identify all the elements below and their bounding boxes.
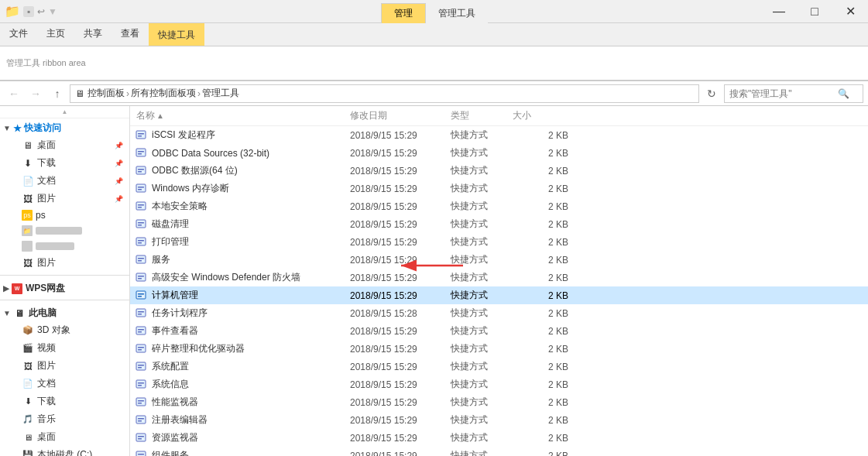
table-row[interactable]: 任务计划程序2018/9/15 15:28快捷方式2 KB [130, 304, 868, 322]
sidebar-item-pictures2[interactable]: 🖼 图片 [0, 254, 129, 272]
col-header-name[interactable]: 名称 ▲ [133, 109, 350, 122]
file-size: 2 KB [513, 415, 575, 426]
sidebar-item-docs2[interactable]: 📄 文档 [0, 375, 129, 393]
file-icon [133, 236, 149, 249]
table-row[interactable]: ODBC Data Sources (32-bit)2018/9/15 15:2… [130, 144, 868, 162]
path-part-3[interactable]: 管理工具 [202, 87, 239, 100]
sidebar-item-download[interactable]: ⬇ 下载 📌 [0, 154, 129, 172]
sidebar-item-music[interactable]: 🎵 音乐 [0, 410, 129, 428]
sidebar-label-custom1 [36, 227, 82, 235]
table-row[interactable]: 碎片整理和优化驱动器2018/9/15 15:29快捷方式2 KB [130, 340, 868, 358]
path-sep-2: › [197, 88, 201, 99]
table-row[interactable]: 计算机管理2018/9/15 15:29快捷方式2 KB [130, 286, 868, 304]
refresh-button[interactable]: ↻ [702, 84, 721, 103]
table-row[interactable]: ODBC 数据源(64 位)2018/9/15 15:29快捷方式2 KB [130, 162, 868, 180]
table-row[interactable]: 系统配置2018/9/15 15:29快捷方式2 KB [130, 358, 868, 375]
table-row[interactable]: 资源监视器2018/9/15 15:29快捷方式2 KB [130, 429, 868, 447]
sidebar-label-docs2: 文档 [37, 377, 56, 390]
file-icon [133, 201, 149, 213]
file-size: 2 KB [513, 219, 575, 230]
close-button[interactable]: ✕ [832, 0, 868, 23]
file-name: 系统信息 [152, 378, 350, 391]
col-header-size[interactable]: 大小 [513, 109, 575, 122]
table-row[interactable]: 服务2018/9/15 15:29快捷方式2 KB [130, 251, 868, 269]
file-size: 2 KB [513, 166, 575, 177]
maximize-button[interactable]: □ [797, 0, 832, 23]
sidebar-item-ps[interactable]: ps ps [0, 207, 129, 223]
sidebar-item-docs[interactable]: 📄 文档 📌 [0, 172, 129, 190]
search-icon[interactable]: 🔍 [838, 88, 849, 99]
table-row[interactable]: 注册表编辑器2018/9/15 15:29快捷方式2 KB [130, 411, 868, 429]
sidebar-label-music: 音乐 [37, 413, 56, 426]
col-header-date[interactable]: 修改日期 [350, 109, 451, 122]
table-row[interactable]: iSCSI 发起程序2018/9/15 15:29快捷方式2 KB [130, 126, 868, 144]
file-date: 2018/9/15 15:29 [350, 237, 451, 248]
ribbon-tab-view[interactable]: 查看 [112, 23, 149, 46]
table-row[interactable]: 高级安全 Windows Defender 防火墙2018/9/15 15:29… [130, 269, 868, 286]
ribbon: 文件 主页 共享 查看 快捷工具 管理工具 ribbon area [0, 23, 868, 81]
file-name: 高级安全 Windows Defender 防火墙 [152, 271, 350, 284]
table-row[interactable]: 系统信息2018/9/15 15:29快捷方式2 KB [130, 375, 868, 393]
svg-rect-10 [138, 187, 144, 188]
title-tab-guanligongju[interactable]: 管理工具 [426, 4, 488, 23]
svg-rect-13 [138, 204, 144, 206]
search-input[interactable] [729, 88, 838, 99]
sidebar-item-pictures3[interactable]: 🖼 图片 [0, 357, 129, 375]
sidebar-item-localdisk[interactable]: 💾 本地磁盘 (C:) [0, 446, 129, 456]
sidebar-item-desktop[interactable]: 🖥 桌面 📌 [0, 136, 129, 154]
svg-rect-1 [138, 133, 144, 135]
ribbon-tab-quicktools[interactable]: 快捷工具 [149, 23, 204, 46]
sidebar-item-download2[interactable]: ⬇ 下载 [0, 393, 129, 410]
file-type: 快捷方式 [451, 324, 513, 338]
table-row[interactable]: 性能监视器2018/9/15 15:29快捷方式2 KB [130, 393, 868, 411]
table-row[interactable]: 本地安全策略2018/9/15 15:29快捷方式2 KB [130, 197, 868, 215]
sidebar-item-video[interactable]: 🎬 视频 [0, 339, 129, 357]
col-header-type[interactable]: 类型 [451, 109, 513, 122]
back-button[interactable]: ← [5, 84, 23, 103]
sidebar-item-pictures[interactable]: 🖼 图片 📌 [0, 190, 129, 207]
file-type: 快捷方式 [451, 200, 513, 213]
svg-rect-41 [138, 367, 142, 369]
file-name: 磁盘清理 [152, 218, 350, 231]
sidebar-header-quickaccess[interactable]: ▼ ★ 快速访问 [0, 118, 129, 136]
forward-button[interactable]: → [26, 84, 45, 103]
ribbon-tab-file[interactable]: 文件 [0, 23, 37, 46]
file-name: 系统配置 [152, 360, 350, 373]
ribbon-info: 管理工具 ribbon area [6, 57, 86, 69]
file-type: 快捷方式 [451, 396, 513, 409]
up-button[interactable]: ↑ [48, 84, 67, 103]
undo-icon[interactable]: ↩ [37, 6, 45, 17]
table-row[interactable]: 组件服务2018/9/15 15:29快捷方式2 KB [130, 447, 868, 456]
file-type: 快捷方式 [451, 431, 513, 444]
file-icon [133, 183, 149, 195]
sidebar-header-thispc[interactable]: ▼ 🖥 此电脑 [0, 303, 129, 321]
table-row[interactable]: 打印管理2018/9/15 15:29快捷方式2 KB [130, 233, 868, 251]
svg-rect-15 [136, 220, 146, 228]
sidebar-scroll-up[interactable]: ▲ [0, 106, 129, 118]
address-path[interactable]: 🖥 控制面板 › 所有控制面板项 › 管理工具 [70, 84, 699, 103]
table-row[interactable]: 磁盘清理2018/9/15 15:29快捷方式2 KB [130, 215, 868, 233]
svg-rect-9 [136, 184, 146, 192]
sidebar-item-custom1[interactable]: 📁 [0, 223, 129, 238]
ribbon-tab-share[interactable]: 共享 [74, 23, 112, 46]
file-icon [133, 361, 149, 373]
minimize-button[interactable]: — [761, 0, 797, 23]
file-size: 2 KB [513, 255, 575, 266]
path-part-2[interactable]: 所有控制面板项 [131, 87, 196, 100]
file-type: 快捷方式 [451, 360, 513, 373]
sidebar-item-desktop2[interactable]: 🖥 桌面 [0, 428, 129, 446]
sidebar-item-3d[interactable]: 📦 3D 对象 [0, 321, 129, 339]
ribbon-tab-home[interactable]: 主页 [37, 23, 74, 46]
path-part-1[interactable]: 控制面板 [87, 87, 125, 100]
titlebar: 📁 ▪ ↩ ▼ 管理 管理工具 — □ ✕ [0, 0, 868, 23]
title-tab-guanli[interactable]: 管理 [381, 3, 426, 23]
svg-rect-22 [138, 258, 144, 259]
file-date: 2018/9/15 15:29 [350, 379, 451, 390]
table-row[interactable]: Windows 内存诊断2018/9/15 15:29快捷方式2 KB [130, 180, 868, 197]
sidebar-item-custom2[interactable] [0, 238, 129, 254]
file-date: 2018/9/15 15:29 [350, 219, 451, 230]
redo-icon[interactable]: ▼ [48, 6, 57, 17]
pictures2-icon: 🖼 [22, 257, 34, 269]
sidebar-header-wps[interactable]: ▶ W WPS网盘 [0, 279, 129, 297]
table-row[interactable]: 事件查看器2018/9/15 15:29快捷方式2 KB [130, 322, 868, 340]
